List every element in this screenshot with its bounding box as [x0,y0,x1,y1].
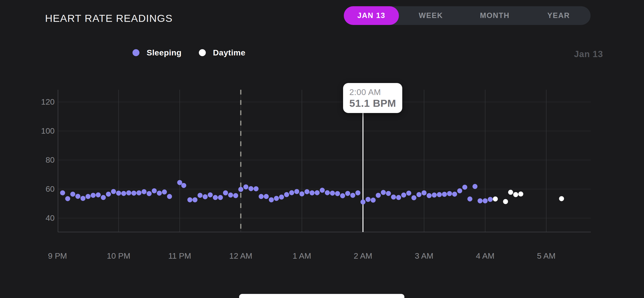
y-tick-label: 100 [41,126,54,135]
data-point-sleeping[interactable] [391,195,396,200]
data-point-sleeping[interactable] [335,191,340,196]
data-point-daytime[interactable] [559,196,564,201]
data-point-sleeping[interactable] [442,192,447,197]
data-point-sleeping[interactable] [401,192,406,198]
data-point-sleeping[interactable] [198,193,203,198]
data-point-sleeping[interactable] [360,199,366,204]
data-point-sleeping[interactable] [310,190,314,195]
data-point-daytime[interactable] [518,192,523,197]
data-point-sleeping[interactable] [126,190,131,195]
data-point-sleeping[interactable] [111,189,116,194]
data-point-sleeping[interactable] [96,192,101,198]
data-point-sleeping[interactable] [472,184,478,189]
data-point-sleeping[interactable] [233,193,238,198]
data-point-sleeping[interactable] [284,192,289,197]
data-point-sleeping[interactable] [452,192,457,197]
data-point-sleeping[interactable] [396,195,401,200]
data-point-sleeping[interactable] [289,190,294,195]
home-indicator[interactable] [239,294,404,298]
data-point-sleeping[interactable] [223,190,228,195]
data-point-sleeping[interactable] [167,194,172,199]
data-point-sleeping[interactable] [203,194,208,199]
data-point-sleeping[interactable] [70,192,75,197]
data-point-sleeping[interactable] [213,195,218,200]
data-point-sleeping[interactable] [177,180,182,185]
data-point-sleeping[interactable] [462,185,468,190]
data-point-sleeping[interactable] [366,197,371,202]
data-point-sleeping[interactable] [187,197,192,202]
data-point-sleeping[interactable] [157,191,162,196]
data-point-sleeping[interactable] [314,190,320,195]
data-point-sleeping[interactable] [116,191,121,196]
data-point-sleeping[interactable] [304,189,310,194]
data-point-sleeping[interactable] [294,189,299,194]
tooltip-time: 2:00 AM [349,87,396,97]
data-point-sleeping[interactable] [447,191,452,196]
data-point-sleeping[interactable] [181,183,186,188]
data-point-daytime[interactable] [513,192,518,197]
data-point-sleeping[interactable] [101,195,106,200]
data-point-sleeping[interactable] [146,191,152,196]
data-point-sleeping[interactable] [244,184,248,189]
data-point-daytime[interactable] [503,199,508,204]
data-point-sleeping[interactable] [355,190,360,195]
data-point-sleeping[interactable] [432,192,437,198]
data-point-sleeping[interactable] [106,192,111,197]
data-point-sleeping[interactable] [386,191,391,196]
data-point-sleeping[interactable] [422,190,427,195]
data-point-sleeping[interactable] [208,192,213,198]
data-point-sleeping[interactable] [192,197,198,202]
data-point-sleeping[interactable] [411,195,416,200]
data-point-sleeping[interactable] [86,194,90,199]
data-point-sleeping[interactable] [254,186,258,191]
data-point-sleeping[interactable] [345,191,350,196]
x-tick-label: 4 AM [476,251,494,260]
y-tick-label: 60 [46,184,54,193]
data-point-sleeping[interactable] [264,194,269,199]
data-point-sleeping[interactable] [152,188,157,193]
data-point-sleeping[interactable] [76,194,80,199]
data-point-sleeping[interactable] [437,192,442,197]
data-point-sleeping[interactable] [320,188,325,193]
data-point-sleeping[interactable] [325,190,330,195]
data-point-sleeping[interactable] [478,198,482,203]
data-point-sleeping[interactable] [371,198,376,203]
data-point-sleeping[interactable] [248,186,254,191]
data-point-sleeping[interactable] [121,191,126,196]
data-point-sleeping[interactable] [274,196,279,201]
data-point-sleeping[interactable] [228,192,233,198]
data-point-sleeping[interactable] [80,196,86,201]
data-point-sleeping[interactable] [330,191,335,196]
x-tick-label: 10 PM [107,251,130,260]
data-point-daytime[interactable] [508,190,513,195]
data-point-sleeping[interactable] [60,190,65,195]
y-tick-label: 80 [46,155,54,164]
data-point-sleeping[interactable] [142,189,146,194]
data-point-sleeping[interactable] [269,197,274,202]
data-point-sleeping[interactable] [136,190,142,195]
tooltip-value: 51.1 BPM [349,97,396,109]
data-point-sleeping[interactable] [406,191,411,196]
data-point-sleeping[interactable] [162,190,167,195]
data-point-sleeping[interactable] [279,195,284,200]
data-point-sleeping[interactable] [416,192,422,197]
data-point-sleeping[interactable] [350,193,355,198]
data-point-sleeping[interactable] [381,190,386,195]
data-point-sleeping[interactable] [488,197,493,202]
data-point-sleeping[interactable] [90,193,96,198]
data-point-sleeping[interactable] [468,197,472,202]
data-point-sleeping[interactable] [457,188,462,193]
x-tick-label: 5 AM [537,251,555,260]
data-point-sleeping[interactable] [300,191,304,196]
data-point-sleeping[interactable] [483,198,488,203]
data-point-sleeping[interactable] [427,193,432,198]
x-tick-label: 11 PM [168,251,191,260]
data-point-sleeping[interactable] [65,196,70,201]
data-point-sleeping[interactable] [376,193,381,198]
data-point-sleeping[interactable] [340,193,345,198]
data-point-sleeping[interactable] [218,195,223,200]
data-point-daytime[interactable] [493,197,498,202]
data-point-sleeping[interactable] [238,187,244,192]
data-point-sleeping[interactable] [131,191,136,196]
data-point-sleeping[interactable] [259,194,264,199]
